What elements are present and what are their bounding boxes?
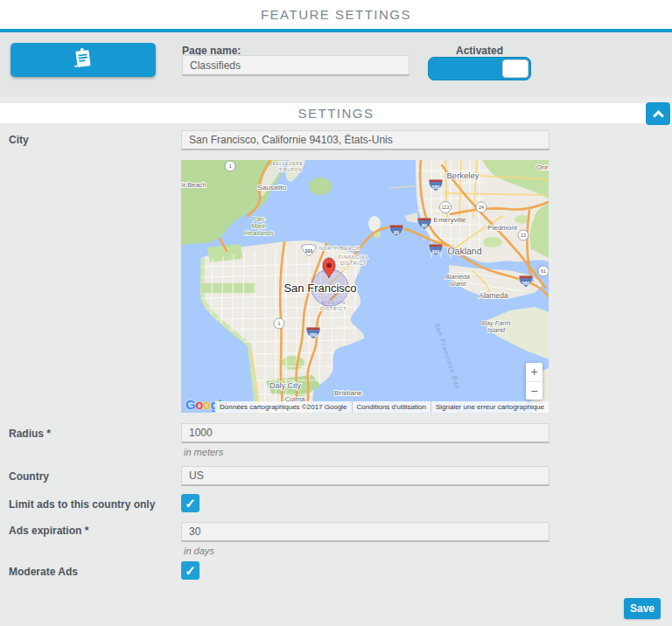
svg-text:1: 1 (277, 321, 280, 326)
map-label: Orin (536, 163, 549, 171)
map-label: Daly City (270, 381, 302, 390)
map-label: ir Beach (182, 181, 206, 189)
svg-text:580: 580 (522, 281, 530, 286)
zoom-out-button[interactable]: − (526, 382, 542, 400)
radius-helper: in meters (184, 447, 223, 457)
map-label: Piedmont (487, 224, 518, 232)
map-label: Berkeley (447, 170, 480, 180)
ads-expiration-label: Ads expiration * (9, 525, 88, 537)
limit-country-label: Limit ads to this country only (9, 498, 155, 511)
map-label: Headlands (244, 230, 274, 236)
map-zoom-control: + − (526, 363, 542, 400)
terms-link[interactable]: Conditions d'utilisation (352, 401, 430, 413)
report-error-link[interactable]: Signaler une erreur cartographique (430, 401, 549, 413)
radius-label: Radius * (9, 428, 51, 440)
activated-toggle[interactable] (428, 57, 531, 80)
svg-text:80: 80 (422, 223, 427, 228)
map-label: Marin (251, 223, 267, 229)
map-label: Brisbane (334, 389, 362, 397)
settings-title: SETTINGS (298, 106, 374, 121)
map-label: Oakland (447, 246, 481, 256)
page-title: FEATURE SETTINGS (261, 7, 411, 22)
toggle-knob (502, 59, 528, 78)
svg-text:101: 101 (305, 248, 313, 254)
map-label: TIBURON (279, 167, 303, 172)
save-button[interactable]: Save (624, 598, 661, 619)
svg-text:580: 580 (432, 184, 440, 190)
map-label: Sausalito (258, 184, 287, 191)
city-input[interactable] (181, 130, 550, 150)
map-label: Parc (253, 216, 266, 222)
radius-input[interactable] (181, 423, 550, 443)
check-icon: ✓ (185, 563, 196, 578)
svg-text:280: 280 (310, 332, 318, 337)
svg-text:880: 880 (432, 249, 440, 254)
page-name-input[interactable] (182, 55, 410, 76)
map-canvas: Parc Marin Headlands NORTH BEACH FINANCI… (181, 160, 549, 413)
country-input[interactable] (181, 466, 550, 486)
map-label: Alameda (444, 274, 470, 280)
google-map[interactable]: Parc Marin Headlands NORTH BEACH FINANCI… (181, 160, 549, 413)
svg-text:13: 13 (521, 233, 526, 238)
svg-text:1: 1 (228, 163, 231, 169)
svg-text:123: 123 (442, 205, 450, 210)
country-label: Country (9, 470, 49, 483)
chevron-up-icon (653, 110, 664, 122)
moderate-ads-label: Moderate Ads (9, 566, 78, 578)
svg-text:24: 24 (479, 205, 484, 210)
map-copyright: Données cartographiques ©2017 Google (215, 401, 352, 413)
map-label: BELVEDERE (272, 161, 303, 166)
map-label-san-francisco: San Francisco (284, 282, 356, 295)
svg-text:80: 80 (394, 230, 399, 235)
limit-country-checkbox[interactable]: ✓ (181, 494, 200, 512)
classifieds-note-icon (73, 46, 94, 74)
moderate-ads-checkbox[interactable]: ✓ (181, 561, 200, 580)
map-attribution: Données cartographiques ©2017 Google Con… (215, 401, 549, 413)
map-label: DISTRICT (340, 261, 367, 266)
city-label: City (9, 134, 29, 146)
map-label: FINANCIAL (339, 254, 368, 260)
map-label: Island (450, 281, 467, 287)
map-label: NORTH BEACH (319, 246, 360, 251)
svg-text:61: 61 (541, 268, 546, 274)
ads-expiration-helper: in days (184, 546, 214, 556)
page-header: FEATURE SETTINGS (0, 0, 672, 29)
settings-section-header: SETTINGS (0, 103, 672, 123)
map-label: Emeryville (434, 216, 466, 224)
ads-expiration-input[interactable] (181, 522, 550, 542)
activated-label: Activated (428, 45, 531, 57)
map-label: Island (487, 326, 506, 334)
map-label: Alameda (479, 291, 508, 300)
collapse-section-button[interactable] (646, 102, 670, 125)
map-label: DISTRICT (320, 306, 346, 311)
feature-bar: Page name: Activated (0, 32, 672, 96)
check-icon: ✓ (185, 496, 196, 511)
zoom-in-button[interactable]: + (526, 363, 542, 382)
classifieds-feature-button[interactable] (10, 43, 156, 77)
